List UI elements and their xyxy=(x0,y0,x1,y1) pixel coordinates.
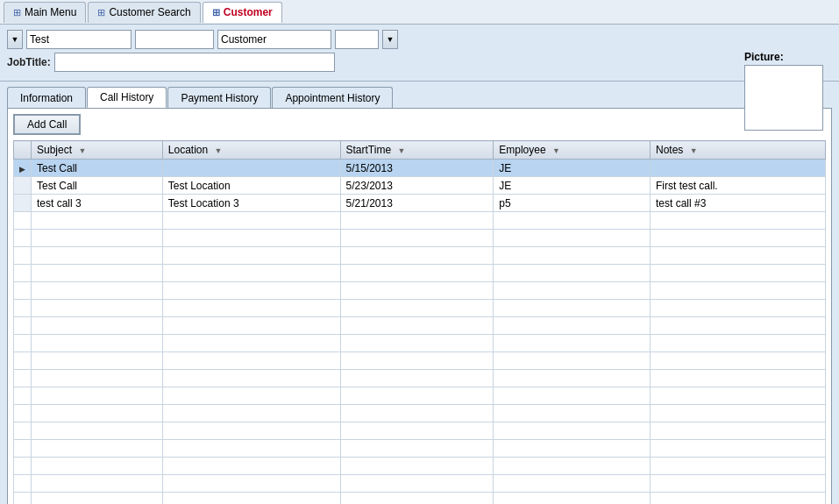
tab-call-history[interactable]: Call History xyxy=(87,87,167,108)
prefix-dropdown[interactable]: ▼ xyxy=(7,30,23,49)
col-notes[interactable]: Notes ▼ xyxy=(651,141,826,160)
tab-payment-history[interactable]: Payment History xyxy=(167,87,271,108)
grid-icon: ⊞ xyxy=(13,7,21,18)
suffix-input[interactable] xyxy=(335,30,379,49)
main-content: ▼ ▼ JobTitle: Picture: Information Call … xyxy=(0,25,839,504)
table-row xyxy=(14,370,826,387)
cell-starttime: 5/21/2013 xyxy=(340,195,494,212)
cell-notes xyxy=(651,160,826,177)
tab-customer-search[interactable]: ⊞ Customer Search xyxy=(88,2,200,23)
tab-customer-search-label: Customer Search xyxy=(109,6,190,18)
row-indicator xyxy=(14,160,32,177)
cell-employee: p5 xyxy=(494,195,651,212)
cell-employee: JE xyxy=(494,160,651,177)
sort-arrow-employee: ▼ xyxy=(552,146,560,155)
col-starttime[interactable]: StartTime ▼ xyxy=(340,141,494,160)
row-indicator-header xyxy=(14,141,32,160)
cell-notes: First test call. xyxy=(651,177,826,195)
cell-subject: Test Call xyxy=(32,160,163,177)
calls-grid: Subject ▼ Location ▼ StartTime ▼ Employe… xyxy=(13,140,826,504)
cell-subject: test call 3 xyxy=(32,195,163,212)
customer-type-input[interactable] xyxy=(217,30,331,49)
col-location[interactable]: Location ▼ xyxy=(162,141,340,160)
picture-section: Picture: xyxy=(744,51,832,131)
table-row xyxy=(14,230,826,247)
tab-customer[interactable]: ⊞ Customer xyxy=(203,2,282,23)
table-row xyxy=(14,475,826,493)
col-employee[interactable]: Employee ▼ xyxy=(494,141,651,160)
form-area: ▼ ▼ JobTitle: xyxy=(0,25,839,82)
table-row xyxy=(14,265,826,282)
tab-appointment-history[interactable]: Appointment History xyxy=(272,87,393,108)
cell-subject: Test Call xyxy=(32,177,163,195)
table-row[interactable]: test call 3Test Location 35/21/2013p5tes… xyxy=(14,195,826,212)
cell-starttime: 5/23/2013 xyxy=(340,177,494,195)
grid-icon: ⊞ xyxy=(212,7,220,18)
table-row xyxy=(14,405,826,422)
table-row xyxy=(14,352,826,370)
table-row xyxy=(14,387,826,405)
tab-content-call-history: Add Call Subject ▼ Location ▼ StartTime xyxy=(7,108,832,504)
cell-employee: JE xyxy=(494,177,651,195)
tab-main-menu-label: Main Menu xyxy=(25,6,76,18)
suffix-dropdown[interactable]: ▼ xyxy=(382,30,398,49)
picture-box xyxy=(744,65,823,131)
table-row xyxy=(14,440,826,458)
table-row xyxy=(14,282,826,300)
table-row xyxy=(14,422,826,440)
jobtitle-input[interactable] xyxy=(54,53,335,72)
cell-starttime: 5/15/2013 xyxy=(340,160,494,177)
table-row xyxy=(14,212,826,230)
sort-arrow-starttime: ▼ xyxy=(397,146,405,155)
table-row xyxy=(14,335,826,352)
cell-location: Test Location 3 xyxy=(162,195,340,212)
middle-name-input[interactable] xyxy=(135,30,214,49)
table-row xyxy=(14,300,826,317)
table-row xyxy=(14,317,826,335)
sort-arrow-notes: ▼ xyxy=(690,146,698,155)
jobtitle-row: JobTitle: xyxy=(7,53,832,72)
table-row xyxy=(14,247,826,265)
cell-location: Test Location xyxy=(162,177,340,195)
title-bar: ⊞ Main Menu ⊞ Customer Search ⊞ Customer xyxy=(0,0,839,25)
cell-location xyxy=(162,160,340,177)
tabs-bar: Information Call History Payment History… xyxy=(0,82,839,108)
table-row xyxy=(14,493,826,505)
row-indicator xyxy=(14,177,32,195)
col-subject[interactable]: Subject ▼ xyxy=(32,141,163,160)
sort-arrow-subject: ▼ xyxy=(78,146,86,155)
tab-information[interactable]: Information xyxy=(7,87,86,108)
jobtitle-label: JobTitle: xyxy=(7,56,51,68)
name-row: ▼ ▼ xyxy=(7,30,832,49)
add-call-button[interactable]: Add Call xyxy=(13,114,81,135)
table-row[interactable]: Test Call5/15/2013JE xyxy=(14,160,826,177)
sort-arrow-location: ▼ xyxy=(215,146,223,155)
tab-main-menu[interactable]: ⊞ Main Menu xyxy=(4,2,86,23)
row-indicator xyxy=(14,195,32,212)
cell-notes: test call #3 xyxy=(651,195,826,212)
table-row[interactable]: Test CallTest Location5/23/2013JEFirst t… xyxy=(14,177,826,195)
tab-customer-label: Customer xyxy=(224,6,273,18)
table-row xyxy=(14,458,826,475)
grid-icon: ⊞ xyxy=(97,7,105,18)
first-name-input[interactable] xyxy=(26,30,132,49)
picture-label: Picture: xyxy=(744,51,832,63)
